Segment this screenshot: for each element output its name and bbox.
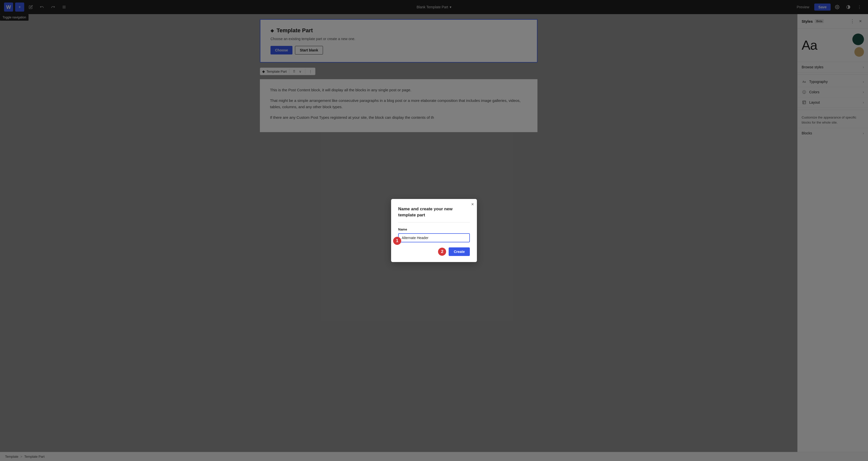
step-1-badge: 1 xyxy=(393,237,401,245)
step-1-container: 1 xyxy=(393,237,401,245)
modal-create-button[interactable]: Create xyxy=(448,248,470,256)
modal-title: Name and create your new template part xyxy=(398,206,470,218)
modal-overlay[interactable]: × Name and create your new template part… xyxy=(0,0,868,461)
step-2-badge: 2 xyxy=(438,248,446,256)
modal-footer: 2 Create xyxy=(398,248,470,256)
modal-divider xyxy=(398,222,470,223)
modal: × Name and create your new template part… xyxy=(391,199,477,262)
modal-name-section: 1 Name xyxy=(398,228,470,242)
modal-close-button[interactable]: × xyxy=(471,202,474,206)
modal-name-label: Name xyxy=(398,228,470,231)
modal-name-input[interactable] xyxy=(398,233,470,242)
